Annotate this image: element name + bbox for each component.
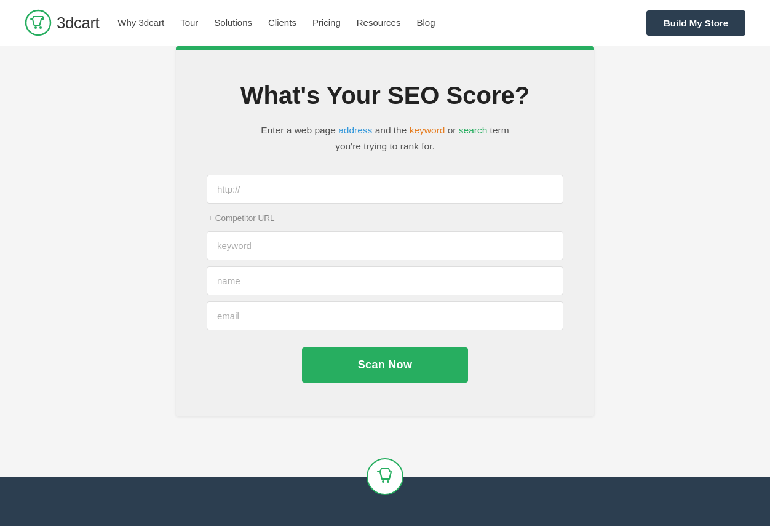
- logo-text: 3dcart: [57, 14, 99, 33]
- subtitle-address: address: [338, 125, 372, 135]
- name-input[interactable]: [207, 266, 563, 295]
- svg-point-1: [34, 26, 37, 29]
- svg-point-2: [39, 26, 42, 29]
- subtitle-text-1: Enter a web page: [261, 125, 338, 135]
- subtitle-text-3: or: [445, 125, 458, 135]
- card-body: What's Your SEO Score? Enter a web page …: [176, 50, 594, 416]
- nav-link-blog[interactable]: Blog: [416, 17, 435, 28]
- logo-icon: [25, 9, 52, 36]
- logo[interactable]: 3dcart: [25, 9, 99, 36]
- nav-link-solutions[interactable]: Solutions: [214, 17, 252, 28]
- seo-title: What's Your SEO Score?: [207, 81, 563, 110]
- nav-link-resources[interactable]: Resources: [357, 17, 401, 28]
- main-content: What's Your SEO Score? Enter a web page …: [0, 46, 770, 477]
- competitor-url-link[interactable]: + Competitor URL: [208, 213, 274, 223]
- seo-subtitle: Enter a web page address and the keyword…: [207, 122, 563, 155]
- nav-item-pricing[interactable]: Pricing: [312, 17, 341, 28]
- url-field-group: [207, 175, 563, 204]
- nav-item-solutions[interactable]: Solutions: [214, 17, 252, 28]
- navbar-left: 3dcart Why 3dcart Tour Solutions Clients…: [25, 9, 435, 36]
- build-my-store-button[interactable]: Build My Store: [646, 10, 745, 36]
- nav-link-clients[interactable]: Clients: [268, 17, 296, 28]
- nav-item-why3dcart[interactable]: Why 3dcart: [117, 17, 164, 28]
- nav-item-blog[interactable]: Blog: [416, 17, 435, 28]
- email-input[interactable]: [207, 301, 563, 330]
- subtitle-search: search: [459, 125, 488, 135]
- svg-point-3: [382, 480, 384, 483]
- svg-point-4: [387, 480, 389, 483]
- url-input[interactable]: [207, 175, 563, 204]
- keyword-input[interactable]: [207, 231, 563, 260]
- email-field-group: [207, 301, 563, 330]
- nav-item-tour[interactable]: Tour: [180, 17, 198, 28]
- scan-now-button[interactable]: Scan Now: [302, 347, 468, 383]
- footer-cart-icon: [375, 467, 395, 486]
- subtitle-keyword: keyword: [410, 125, 445, 135]
- nav-link-why3dcart[interactable]: Why 3dcart: [117, 17, 164, 28]
- nav-link-pricing[interactable]: Pricing: [312, 17, 341, 28]
- svg-point-0: [26, 10, 50, 35]
- keyword-field-group: [207, 231, 563, 260]
- footer-logo: [367, 458, 403, 495]
- name-field-group: [207, 266, 563, 295]
- nav-item-clients[interactable]: Clients: [268, 17, 296, 28]
- footer: [0, 477, 770, 526]
- nav-link-tour[interactable]: Tour: [180, 17, 198, 28]
- nav-item-resources[interactable]: Resources: [357, 17, 401, 28]
- subtitle-text-4: term: [487, 125, 509, 135]
- subtitle-text-5: you're trying to rank for.: [335, 141, 434, 151]
- nav-links: Why 3dcart Tour Solutions Clients Pricin…: [117, 17, 435, 28]
- subtitle-text-2: and the: [372, 125, 409, 135]
- navbar: 3dcart Why 3dcart Tour Solutions Clients…: [0, 0, 770, 46]
- seo-card: What's Your SEO Score? Enter a web page …: [176, 46, 594, 416]
